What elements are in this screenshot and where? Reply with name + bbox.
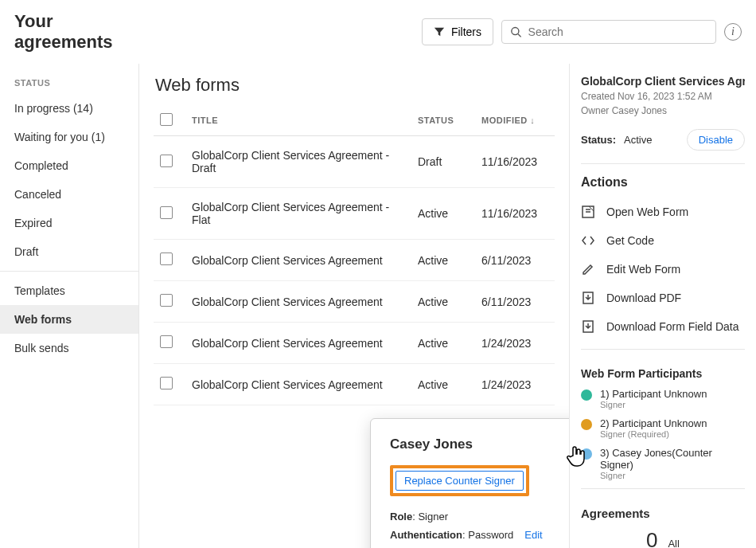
participant-dot-icon	[581, 448, 592, 460]
edit-auth-link[interactable]: Edit	[524, 529, 542, 541]
row-checkbox[interactable]	[160, 335, 173, 348]
participant-role: Signer	[600, 400, 707, 409]
action-item[interactable]: Edit Web Form	[581, 255, 745, 284]
participant-popover: Casey Jones Replace Counter Signer Role:…	[370, 418, 569, 548]
action-label: Edit Web Form	[606, 263, 680, 276]
details-panel: GlobalCorp Client Services Agreement Cre…	[569, 64, 756, 548]
action-item[interactable]: Download Form Field Data	[581, 312, 745, 341]
action-label: Open Web Form	[606, 206, 688, 218]
sidebar-nav-item[interactable]: Bulk sends	[0, 334, 138, 362]
sidebar-nav-item[interactable]: Templates	[0, 276, 138, 305]
action-icon	[581, 319, 595, 334]
row-checkbox[interactable]	[160, 206, 173, 219]
select-all-checkbox[interactable]	[160, 113, 173, 126]
action-item[interactable]: Open Web Form	[581, 198, 745, 226]
table-row[interactable]: GlobalCorp Client Services AgreementActi…	[154, 364, 555, 405]
sidebar-status-item[interactable]: In progress (14)	[0, 94, 138, 123]
info-icon[interactable]: i	[724, 23, 742, 41]
svg-point-0	[512, 28, 519, 35]
sidebar-status-item[interactable]: Canceled	[0, 180, 138, 209]
row-title: GlobalCorp Client Services Agreement - F…	[185, 188, 411, 240]
participant-name: 3) Casey Jones(Counter Signer)	[600, 447, 745, 471]
row-modified: 1/24/2023	[475, 323, 555, 364]
row-status: Active	[411, 364, 475, 405]
sidebar-status-item[interactable]: Waiting for you (1)	[0, 123, 138, 151]
action-item[interactable]: Get Code	[581, 226, 745, 255]
row-title: GlobalCorp Client Services Agreement	[185, 364, 411, 405]
webforms-table: TITLE STATUS MODIFIED GlobalCorp Client …	[154, 105, 555, 405]
col-modified[interactable]: MODIFIED	[475, 105, 555, 136]
filters-button[interactable]: Filters	[422, 18, 493, 45]
search-field[interactable]	[501, 20, 716, 44]
page-title: Your agreements	[14, 11, 150, 53]
table-row[interactable]: GlobalCorp Client Services AgreementActi…	[154, 281, 555, 323]
action-icon	[581, 205, 595, 219]
replace-counter-signer-button[interactable]: Replace Counter Signer	[396, 471, 524, 491]
disable-button[interactable]: Disable	[687, 129, 745, 151]
row-checkbox[interactable]	[160, 155, 173, 167]
col-status[interactable]: STATUS	[411, 105, 475, 136]
actions-header: Actions	[581, 175, 745, 190]
row-title: GlobalCorp Client Services Agreement	[185, 323, 411, 364]
table-row[interactable]: GlobalCorp Client Services Agreement - F…	[154, 188, 555, 240]
detail-owner: Owner Casey Jones	[581, 105, 745, 116]
agreements-count: 0	[646, 528, 657, 548]
row-checkbox[interactable]	[160, 377, 173, 389]
row-checkbox[interactable]	[160, 252, 173, 265]
participant-item[interactable]: 3) Casey Jones(Counter Signer)Signer	[581, 447, 745, 480]
action-icon	[581, 291, 595, 305]
table-row[interactable]: GlobalCorp Client Services AgreementActi…	[154, 240, 555, 281]
row-status: Active	[411, 323, 475, 364]
agreements-count-row: 0 All	[581, 528, 745, 548]
row-modified: 6/11/2023	[475, 281, 555, 323]
participant-role: Signer (Required)	[600, 429, 707, 439]
status-value: Active	[624, 134, 652, 146]
sidebar: STATUS In progress (14)Waiting for you (…	[0, 64, 139, 548]
row-title: GlobalCorp Client Services Agreement - D…	[185, 136, 411, 188]
action-label: Get Code	[606, 234, 654, 247]
table-row[interactable]: GlobalCorp Client Services Agreement - D…	[154, 136, 555, 188]
row-modified: 11/16/2023	[475, 188, 555, 240]
detail-title: GlobalCorp Client Services Agreement	[581, 75, 745, 88]
row-status: Active	[411, 281, 475, 323]
row-title: GlobalCorp Client Services Agreement	[185, 240, 411, 281]
participant-dot-icon	[581, 419, 592, 430]
sidebar-status-item[interactable]: Expired	[0, 209, 138, 237]
sidebar-status-item[interactable]: Completed	[0, 151, 138, 180]
main-heading: Web forms	[155, 75, 555, 96]
participants-header: Web Form Participants	[581, 367, 745, 380]
top-bar: Your agreements Filters i	[0, 0, 756, 64]
search-input[interactable]	[528, 25, 707, 38]
row-modified: 1/24/2023	[475, 364, 555, 405]
sidebar-nav-item[interactable]: Web forms	[0, 305, 138, 334]
participant-name: 2) Participant Unknown	[600, 417, 707, 429]
agreements-all[interactable]: All	[668, 538, 679, 548]
svg-line-1	[518, 34, 521, 37]
row-status: Active	[411, 188, 475, 240]
funnel-icon	[434, 26, 445, 37]
agreements-header: Agreements	[581, 507, 745, 520]
replace-highlight: Replace Counter Signer	[390, 465, 529, 496]
table-row[interactable]: GlobalCorp Client Services AgreementActi…	[154, 323, 555, 364]
participant-item[interactable]: 1) Participant UnknownSigner	[581, 388, 745, 409]
participant-item[interactable]: 2) Participant UnknownSigner (Required)	[581, 417, 745, 439]
main-panel: Web forms TITLE STATUS MODIFIED GlobalCo…	[139, 64, 569, 548]
action-item[interactable]: Download PDF	[581, 284, 745, 312]
role-line: Role: Signer	[390, 511, 569, 523]
filters-label: Filters	[451, 25, 481, 38]
action-icon	[581, 233, 595, 248]
row-status: Active	[411, 240, 475, 281]
col-title[interactable]: TITLE	[185, 105, 411, 136]
row-modified: 6/11/2023	[475, 240, 555, 281]
search-icon	[510, 25, 522, 38]
row-status: Draft	[411, 136, 475, 188]
auth-line: Authentication: PasswordEdit	[390, 529, 569, 541]
status-label: Status:	[581, 134, 616, 146]
sidebar-status-header: STATUS	[0, 70, 138, 94]
sidebar-status-item[interactable]: Draft	[0, 237, 138, 266]
row-modified: 11/16/2023	[475, 136, 555, 188]
row-checkbox[interactable]	[160, 294, 173, 307]
action-label: Download PDF	[606, 292, 681, 304]
participant-name: 1) Participant Unknown	[600, 388, 707, 400]
participant-dot-icon	[581, 389, 592, 401]
